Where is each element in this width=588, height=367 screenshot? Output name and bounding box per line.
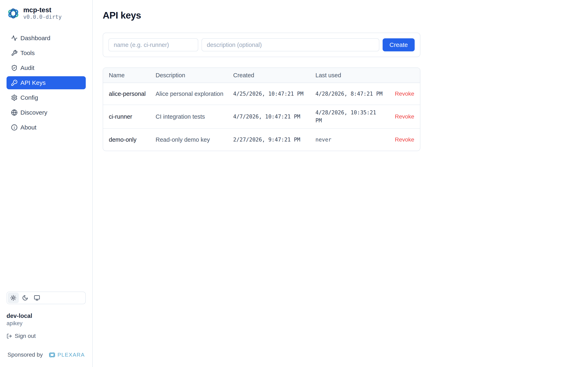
key-created: 2/27/2026, 9:47:21 PM bbox=[233, 136, 315, 144]
key-description: CI integration tests bbox=[156, 112, 233, 121]
sidebar: mcp-test v0.0.0-dirty Dashboard Tools Au… bbox=[0, 0, 93, 367]
table-row: ci-runner CI integration tests 4/7/2026,… bbox=[103, 105, 420, 129]
info-icon bbox=[11, 124, 17, 131]
key-icon bbox=[11, 80, 17, 86]
key-name: alice-personal bbox=[109, 90, 156, 98]
sign-out-button[interactable]: Sign out bbox=[7, 333, 86, 339]
session-user: dev-local bbox=[7, 312, 86, 319]
brand: mcp-test v0.0.0-dirty bbox=[7, 6, 86, 20]
key-name: ci-runner bbox=[109, 112, 156, 121]
gear-icon bbox=[11, 94, 17, 101]
create-key-form: Create bbox=[103, 33, 420, 57]
table-header-row: Name Description Created Last used bbox=[103, 68, 420, 83]
api-keys-table: Name Description Created Last used alice… bbox=[103, 67, 420, 151]
key-name: demo-only bbox=[109, 135, 156, 144]
sponsor-brand[interactable]: PLEXARA bbox=[48, 351, 85, 359]
key-actions: Revoke bbox=[388, 113, 414, 120]
table-row: alice-personal Alice personal exploratio… bbox=[103, 83, 420, 105]
theme-switcher bbox=[7, 292, 86, 304]
sidebar-item-api-keys[interactable]: API Keys bbox=[7, 76, 86, 89]
revoke-button[interactable]: Revoke bbox=[395, 113, 414, 120]
content-column: Create Name Description Created Last use… bbox=[103, 33, 420, 151]
key-last-used: 4/28/2026, 10:35:21 PM bbox=[315, 109, 388, 125]
sponsor-row: Sponsored by PLEXARA bbox=[7, 351, 86, 359]
monitor-icon bbox=[34, 295, 40, 301]
key-last-used: never bbox=[315, 136, 388, 144]
column-header-last-used: Last used bbox=[315, 72, 388, 79]
sidebar-nav: Dashboard Tools Audit API Keys Config bbox=[7, 32, 86, 134]
shield-check-icon bbox=[11, 65, 17, 71]
brand-text: mcp-test v0.0.0-dirty bbox=[23, 6, 62, 20]
sidebar-item-label: Audit bbox=[20, 64, 34, 71]
revoke-button[interactable]: Revoke bbox=[395, 91, 414, 97]
key-last-used: 4/28/2026, 8:47:21 PM bbox=[315, 90, 388, 98]
sidebar-item-label: Config bbox=[20, 94, 38, 101]
sidebar-item-about[interactable]: About bbox=[7, 121, 86, 134]
key-actions: Revoke bbox=[388, 91, 414, 97]
log-out-icon bbox=[7, 333, 12, 339]
column-header-description: Description bbox=[156, 72, 233, 79]
create-button[interactable]: Create bbox=[383, 38, 415, 51]
key-description: Alice personal exploration bbox=[156, 90, 233, 98]
theme-system-button[interactable] bbox=[31, 292, 43, 303]
sidebar-item-label: API Keys bbox=[20, 79, 45, 86]
session-auth-method: apikey bbox=[7, 320, 86, 327]
key-created: 4/7/2026, 10:47:21 PM bbox=[233, 113, 315, 121]
app-version: v0.0.0-dirty bbox=[23, 14, 62, 20]
sign-out-label: Sign out bbox=[15, 333, 36, 339]
sidebar-item-label: Tools bbox=[20, 50, 35, 57]
moon-icon bbox=[22, 295, 28, 301]
sidebar-item-discovery[interactable]: Discovery bbox=[7, 106, 86, 119]
sun-icon bbox=[10, 295, 16, 301]
column-header-created: Created bbox=[233, 72, 315, 79]
sidebar-item-dashboard[interactable]: Dashboard bbox=[7, 32, 86, 45]
app-title: mcp-test bbox=[23, 6, 62, 14]
globe-icon bbox=[11, 109, 17, 116]
sponsor-brand-name: PLEXARA bbox=[57, 352, 85, 358]
theme-dark-button[interactable] bbox=[20, 292, 31, 303]
key-description-input[interactable] bbox=[201, 38, 379, 51]
sidebar-item-label: Discovery bbox=[20, 109, 47, 116]
page-title: API keys bbox=[103, 10, 588, 21]
sidebar-spacer bbox=[7, 134, 86, 292]
app-logo-icon bbox=[7, 7, 20, 20]
key-created: 4/25/2026, 10:47:21 PM bbox=[233, 90, 315, 98]
theme-light-button[interactable] bbox=[8, 292, 19, 303]
plexara-logo-icon bbox=[48, 351, 56, 359]
sidebar-item-tools[interactable]: Tools bbox=[7, 47, 86, 59]
sidebar-item-config[interactable]: Config bbox=[7, 91, 86, 104]
sidebar-item-audit[interactable]: Audit bbox=[7, 61, 86, 75]
table-row: demo-only Read-only demo key 2/27/2026, … bbox=[103, 129, 420, 151]
key-description: Read-only demo key bbox=[156, 135, 233, 144]
sidebar-item-label: About bbox=[20, 124, 36, 131]
session-info: dev-local apikey bbox=[7, 312, 86, 327]
key-actions: Revoke bbox=[388, 136, 414, 143]
sponsor-prefix: Sponsored by bbox=[8, 351, 43, 358]
activity-icon bbox=[11, 35, 17, 42]
revoke-button[interactable]: Revoke bbox=[395, 136, 414, 143]
column-header-name: Name bbox=[109, 72, 156, 79]
main-content: API keys Create Name Description Created… bbox=[93, 0, 588, 367]
sidebar-item-label: Dashboard bbox=[20, 35, 51, 42]
wrench-icon bbox=[11, 50, 17, 56]
key-name-input[interactable] bbox=[108, 38, 198, 51]
